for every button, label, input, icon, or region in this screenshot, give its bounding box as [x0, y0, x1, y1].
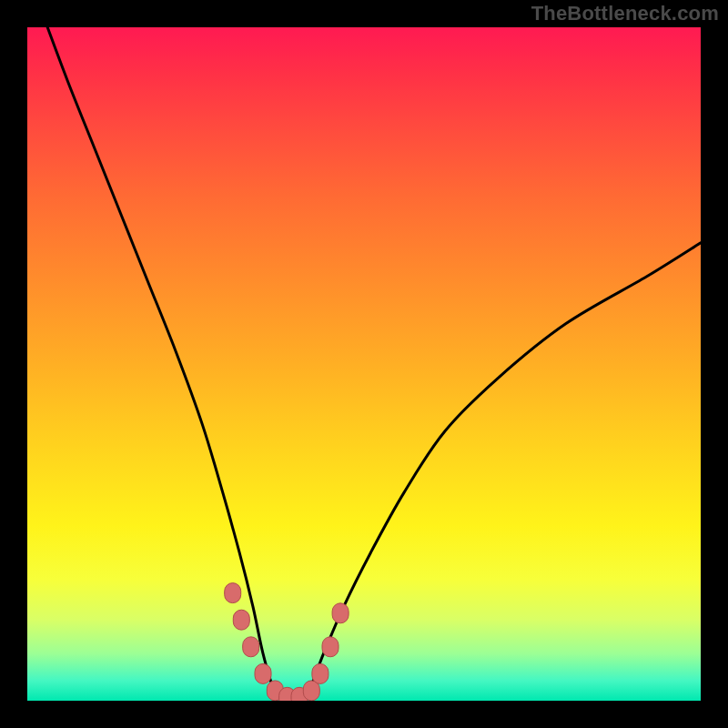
marker-point [322, 637, 339, 657]
marker-point [312, 663, 329, 683]
bottleneck-curve [47, 27, 701, 701]
marker-point [243, 637, 259, 657]
marker-point [225, 583, 241, 603]
curve-svg [27, 27, 701, 701]
marker-point [332, 603, 349, 623]
marker-point [233, 610, 249, 630]
highlighted-markers [225, 583, 349, 701]
watermark-text: TheBottleneck.com [531, 2, 719, 25]
chart-frame: TheBottleneck.com [0, 0, 728, 728]
plot-area [27, 27, 701, 701]
marker-point [255, 663, 271, 683]
